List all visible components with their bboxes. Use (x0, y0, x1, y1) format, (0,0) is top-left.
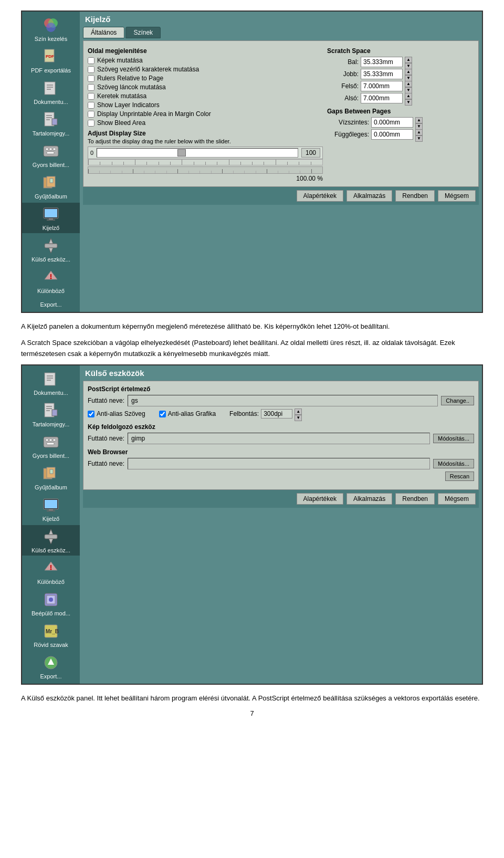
field-vizszintes: Vízszintes: ▲▼ (327, 117, 474, 128)
sidebar-item-kulonbozo[interactable]: Különböző (22, 266, 80, 296)
checkbox-keretek-input[interactable] (88, 93, 94, 100)
kep-title: Kép feldolgozó eszköz (88, 423, 474, 431)
sidebar-label-szin-kezeles: Szín kezelés (35, 36, 67, 42)
sidebar2-label-kulso-eszkoz: Külső eszköz... (32, 547, 70, 553)
field-vizszintes-input[interactable] (371, 117, 413, 128)
kep-runner-label: Futtató neve: (88, 435, 124, 442)
sidebar2-item-gyujtoalbum[interactable]: Gyűjtőalbum (22, 462, 80, 493)
svg-point-56 (50, 569, 52, 570)
spin-fuggoleges[interactable]: ▲▼ (415, 129, 423, 140)
rescan-btn[interactable]: Rescan (445, 472, 474, 481)
checkbox-show-bleed-input[interactable] (88, 120, 94, 127)
sidebar-item-export[interactable]: Export... (22, 297, 80, 310)
checkbox-display-unprintable-input[interactable] (88, 111, 94, 118)
sidebar2-item-kulso-eszkoz[interactable]: Külső eszköz... (22, 525, 80, 556)
svg-rect-14 (44, 146, 58, 156)
kulso-eszkoz2-icon (40, 527, 61, 546)
slider-track[interactable] (97, 148, 298, 158)
spin-felso[interactable]: ▲▼ (405, 81, 412, 91)
sidebar2-label-tartalomjegy: Tartalomjegy... (33, 421, 70, 427)
field-bal-input[interactable] (361, 57, 403, 67)
sidebar-item-szin-kezeles[interactable]: Szín kezelés (22, 14, 80, 44)
sidebar2-label-gyujtoalbum: Gyűjtőalbum (35, 484, 67, 490)
sidebar-label-kulonbozo: Különböző (37, 288, 65, 294)
web-runner-input[interactable] (128, 458, 430, 469)
btn-megsem1[interactable]: Mégsem (438, 190, 476, 202)
sidebar2-item-beepulo[interactable]: Beépülő mod... (22, 588, 80, 619)
checkbox-display-unprintable: Display Unprintable Area in Margin Color (88, 110, 323, 118)
window1: Szín kezelés PDF PDF exportálás (21, 11, 483, 313)
sidebar-label-kulso-eszkoz: Külső eszköz... (32, 256, 70, 263)
spin-bal[interactable]: ▲▼ (405, 57, 412, 67)
field-jobb-input[interactable] (361, 69, 403, 79)
sidebar2-item-tartalomjegy[interactable]: Tartalomjegy... (22, 399, 80, 430)
sidebar-label-pdf: PDF exportálás (31, 67, 71, 74)
spin-vizszintes[interactable]: ▲▼ (415, 117, 423, 128)
gyujtoalbum-icon (40, 173, 61, 192)
sidebar-item-gyors-billent[interactable]: Gyors billent... (22, 140, 80, 170)
svg-rect-51 (47, 510, 55, 511)
btn-rendben1[interactable]: Rendben (395, 190, 435, 202)
slider-thumb[interactable] (177, 149, 186, 156)
text-para3: A Külső eszközök panel. Itt lehet beállí… (21, 693, 483, 704)
svg-rect-42 (49, 439, 52, 441)
sidebar-label-dokumentu: Dokumentu... (34, 99, 68, 105)
kep-modify-btn[interactable]: Módosítás... (433, 434, 474, 443)
sidebar2-item-gyors-billent[interactable]: Gyors billent... (22, 431, 80, 461)
field-vizszintes-label: Vízszintes: (327, 119, 369, 126)
svg-rect-26 (45, 244, 57, 248)
web-modify-btn[interactable]: Módosítás... (433, 459, 474, 468)
sidebar1: Szín kezelés PDF PDF exportálás (22, 12, 80, 312)
checkbox-szoveg-input[interactable] (88, 66, 94, 73)
kep-runner-input[interactable] (128, 433, 430, 444)
sidebar-item-kijelzo[interactable]: Kijelző (22, 203, 80, 233)
sidebar-label-gyors-billent: Gyors billent... (33, 162, 69, 168)
checkbox-szoveg-lancok-input[interactable] (88, 84, 94, 91)
postscript-runner-input[interactable] (128, 395, 438, 406)
svg-text:Mr_B: Mr_B (46, 629, 59, 634)
panel-right: Scratch Space Bal: ▲▼ Jobb: ▲▼ (327, 45, 474, 182)
sidebar-item-gyujtoalbum[interactable]: Gyűjtőalbum (22, 171, 80, 202)
btn-megsem2[interactable]: Mégsem (438, 493, 476, 505)
btn-alkalmazas2[interactable]: Alkalmazás (346, 493, 392, 505)
antialias-szoveg-input[interactable] (88, 411, 94, 417)
field-also-input[interactable] (361, 93, 403, 103)
antialias-grafika-check: Anti-alias Grafika (159, 410, 216, 417)
field-felso-input[interactable] (361, 81, 403, 91)
btn-rendben2[interactable]: Rendben (395, 493, 435, 505)
spin-resolution[interactable]: ▲▼ (295, 409, 302, 419)
sidebar2-item-rovid-szavak[interactable]: Mr_B Rövid szavak (22, 620, 80, 650)
spin-also[interactable]: ▲▼ (405, 93, 412, 103)
sidebar-item-dokumentu[interactable]: Dokumentu... (22, 77, 80, 107)
field-fuggoleges-label: Függőleges: (327, 131, 369, 138)
btn-alapertekek1[interactable]: Alapértékek (297, 190, 343, 202)
field-jobb: Jobb: ▲▼ (327, 69, 474, 79)
sidebar-item-tartalomjegy[interactable]: Tartalomjegy... (22, 108, 80, 139)
sidebar-item-pdf-exportalas[interactable]: PDF PDF exportálás (22, 45, 80, 76)
btn-alapertekek2[interactable]: Alapértékek (297, 493, 343, 505)
btn-alkalmazas1[interactable]: Alkalmazás (346, 190, 392, 202)
tab-alltalanos[interactable]: Általános (83, 27, 124, 38)
sidebar2-item-dokumentu[interactable]: Dokumentu... (22, 368, 80, 398)
postscript-change-btn[interactable]: Change.. (441, 396, 474, 405)
field-fuggoleges: Függőleges: ▲▼ (327, 129, 474, 140)
sidebar2-item-export[interactable]: Export... (22, 651, 80, 682)
resolution-group: Felbontás: ▲▼ (229, 409, 302, 419)
antialias-grafika-input[interactable] (159, 411, 166, 417)
tab-szinek[interactable]: Színek (125, 27, 161, 38)
resolution-input[interactable] (261, 409, 292, 418)
spin-jobb[interactable]: ▲▼ (405, 69, 412, 79)
checkbox-show-bleed-label: Show Bleed Area (97, 119, 145, 127)
sidebar2-item-kijelzo[interactable]: Kijelző (22, 494, 80, 524)
checkbox-kepek-input[interactable] (88, 57, 94, 64)
checkbox-rulers-input[interactable] (88, 75, 94, 82)
adjust-desc: To adjust the display drag the ruler bel… (88, 138, 323, 144)
text-para1: A Kijelző panelen a dokumentum képernyőn… (21, 321, 483, 332)
field-bal: Bal: ▲▼ (327, 57, 474, 67)
sidebar-label-tartalomjegy: Tartalomjegy... (33, 130, 70, 137)
sidebar-item-kulso-eszkoz[interactable]: Külső eszköz... (22, 234, 80, 265)
sidebar2-item-kulonbozo[interactable]: Különböző (22, 557, 80, 587)
field-fuggoleges-input[interactable] (371, 129, 413, 140)
field-felso-label: Felső: (327, 82, 359, 90)
checkbox-show-layer-input[interactable] (88, 102, 94, 109)
